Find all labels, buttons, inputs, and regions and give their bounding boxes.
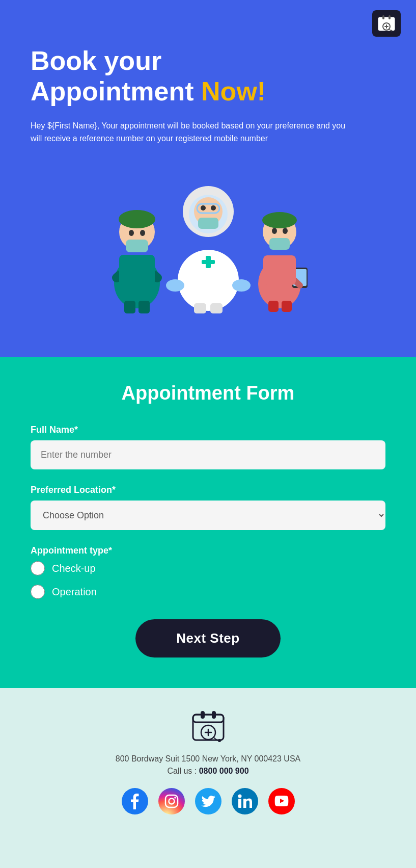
svg-rect-14 <box>138 301 150 313</box>
footer-call-label: Call us : <box>167 767 197 775</box>
svg-rect-40 <box>193 715 224 740</box>
radio-operation-label: Operation <box>52 586 97 598</box>
svg-point-26 <box>232 279 251 292</box>
next-step-button[interactable]: Next Step <box>135 619 280 657</box>
svg-rect-32 <box>269 238 290 250</box>
doctors-illustration <box>31 150 385 313</box>
svg-rect-24 <box>206 256 211 268</box>
radio-operation[interactable]: Operation <box>31 585 385 599</box>
svg-point-25 <box>166 279 184 292</box>
hero-title: Book your Appointment Now! <box>31 46 385 107</box>
social-icons <box>10 788 406 814</box>
svg-point-31 <box>262 212 297 228</box>
svg-point-50 <box>238 795 241 798</box>
svg-rect-37 <box>263 255 296 285</box>
svg-point-22 <box>211 205 216 211</box>
svg-point-33 <box>272 228 277 234</box>
hero-subtitle: Hey ${First Name}, Your appointment will… <box>31 119 346 145</box>
svg-point-48 <box>174 797 176 799</box>
svg-rect-2 <box>382 15 384 19</box>
linkedin-icon[interactable] <box>232 788 258 814</box>
svg-rect-28 <box>210 303 223 313</box>
footer-logo <box>190 708 226 744</box>
hero-section: Book your Appointment Now! Hey ${First N… <box>0 0 416 357</box>
footer: 800 Bordway Suit 1500 New York, NY 00042… <box>0 688 416 840</box>
svg-point-11 <box>140 230 145 236</box>
facebook-icon[interactable] <box>122 788 148 814</box>
svg-point-8 <box>119 210 155 228</box>
svg-rect-42 <box>201 711 205 719</box>
preferred-location-label: Preferred Location* <box>31 485 385 495</box>
svg-rect-19 <box>198 218 218 229</box>
hero-logo <box>372 10 401 37</box>
radio-checkup-input[interactable] <box>31 561 45 575</box>
form-title: Appointment Form <box>31 382 385 404</box>
svg-point-10 <box>129 230 134 236</box>
svg-rect-3 <box>389 15 391 19</box>
full-name-label: Full Name* <box>31 425 385 435</box>
svg-rect-49 <box>238 799 241 808</box>
appointment-type-group: Appointment type* Check-up Operation <box>31 545 385 599</box>
svg-rect-39 <box>282 301 292 312</box>
svg-rect-41 <box>193 715 224 722</box>
preferred-location-select[interactable]: Choose Option New York Los Angeles Chica… <box>31 501 385 530</box>
footer-address: 800 Bordway Suit 1500 New York, NY 00042… <box>10 754 406 764</box>
full-name-input[interactable] <box>31 440 385 469</box>
radio-checkup[interactable]: Check-up <box>31 561 385 575</box>
svg-rect-38 <box>268 301 279 312</box>
svg-point-34 <box>283 228 288 234</box>
youtube-icon[interactable] <box>268 788 295 814</box>
svg-rect-27 <box>194 303 206 313</box>
instagram-icon[interactable] <box>158 788 185 814</box>
svg-rect-46 <box>165 795 178 807</box>
svg-rect-9 <box>126 240 148 252</box>
svg-rect-43 <box>212 711 216 719</box>
appointment-type-label: Appointment type* <box>31 545 385 556</box>
radio-checkup-label: Check-up <box>52 563 96 574</box>
svg-rect-13 <box>124 301 135 313</box>
svg-rect-12 <box>119 255 155 285</box>
svg-point-5 <box>391 30 393 32</box>
footer-phone-number: 0800 000 900 <box>199 767 249 775</box>
radio-operation-input[interactable] <box>31 585 45 599</box>
preferred-location-group: Preferred Location* Choose Option New Yo… <box>31 485 385 530</box>
svg-rect-1 <box>378 17 395 21</box>
svg-point-47 <box>169 799 174 804</box>
full-name-group: Full Name* <box>31 425 385 469</box>
twitter-icon[interactable] <box>195 788 221 814</box>
form-section: Appointment Form Full Name* Preferred Lo… <box>0 357 416 688</box>
svg-point-21 <box>201 205 206 211</box>
footer-phone: Call us : 0800 000 900 <box>10 767 406 776</box>
radio-group: Check-up Operation <box>31 561 385 599</box>
svg-point-45 <box>218 739 221 742</box>
